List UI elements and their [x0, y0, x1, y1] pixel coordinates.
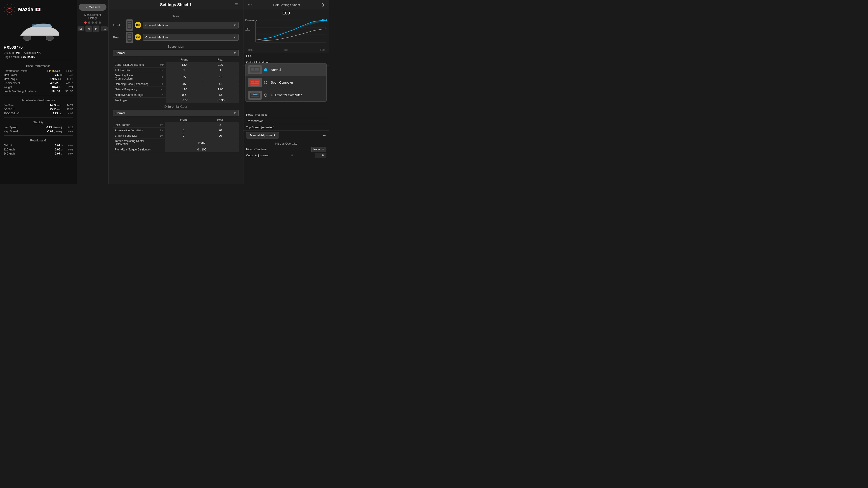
suspension-table: Front Rear Body Height Adjustment mm 130… [113, 57, 239, 103]
pp-row: Performance Points PP 466.62 466.62 [4, 69, 73, 73]
right-panel: ••• Edit Settings Sheet ❯ ECU Downforce … [243, 0, 329, 184]
displacement-row: Displacement 491x2 cc 491x2 [4, 81, 73, 85]
r1-button[interactable]: R1 [101, 26, 107, 31]
pp-prefix: PP 466.62 [48, 69, 60, 72]
ecu-option-full-control[interactable]: Full Control Computer [246, 89, 327, 101]
accel-0-1000-row: 0-1000 m 25.55 sec. 25.55 [4, 107, 73, 111]
manual-adj-more-icon[interactable]: ••• [323, 133, 327, 137]
diff-front-header: Front [165, 117, 202, 122]
accel-sens-front[interactable]: 0 [165, 128, 202, 133]
front-tire-select[interactable]: Comfort: Medium ▼ [143, 22, 239, 29]
ecu-title: ECU [243, 10, 329, 17]
differential-select[interactable]: Normal ▼ [113, 110, 239, 116]
damping-exp-front[interactable]: 45 [166, 81, 202, 87]
nitrous-label: Nitrous/Overtake [246, 148, 267, 151]
left-panel: mazda Mazda RX500 '70 Drivetrain MR / As… [0, 0, 77, 184]
svg-rect-9 [128, 22, 131, 23]
ecu-option-normal[interactable]: Normal [246, 64, 327, 76]
accel-sensitivity-row: Acceleration Sensitivity Lv. 0 20 [113, 128, 239, 133]
differential-table: Front Rear Initial Torque Lv. 0 5 Accele… [113, 117, 239, 152]
body-height-row: Body Height Adjustment mm 130 130 [113, 62, 239, 68]
rear-tire-select[interactable]: Comfort: Medium ▼ [143, 34, 239, 41]
damping-comp-row: Damping Ratio(Compression) % 35 35 [113, 73, 239, 81]
manual-adjustment-row: Manual Adjustment ••• [243, 131, 329, 140]
nitrous-select[interactable]: None ▼ [311, 147, 327, 152]
l1-button[interactable]: L1 [78, 26, 84, 31]
settings-header: Settings Sheet 1 ☰ [108, 0, 243, 10]
svg-rect-30 [255, 80, 259, 83]
body-height-rear[interactable]: 130 [202, 62, 239, 68]
anti-roll-front[interactable]: 1 [166, 68, 202, 73]
output-adj-label: Output Adjustment [246, 154, 269, 157]
drivetrain-aspiration-line: Drivetrain MR / Aspiration NA [4, 51, 73, 55]
braking-sens-front[interactable]: 0 [165, 133, 202, 138]
sport-radio [264, 81, 267, 84]
weight-balance-row: Front-Rear Weight Balance 50 : 50 50 : 5… [4, 89, 73, 93]
tires-heading: Tires [113, 14, 239, 18]
braking-sensitivity-row: Braking Sensitivity Lv. 0 20 [113, 133, 239, 138]
svg-rect-15 [128, 39, 131, 40]
prev-button[interactable]: ◀ [86, 26, 92, 32]
damping-comp-front[interactable]: 35 [166, 73, 202, 81]
percent-label: % [291, 154, 293, 157]
anti-roll-rear[interactable]: 1 [202, 68, 239, 73]
nitrous-dropdown-arrow: ▼ [322, 148, 324, 151]
natural-freq-rear[interactable]: 1.90 [202, 87, 239, 92]
front-rear-dist-value[interactable]: 0 : 100 [165, 147, 239, 152]
measure-button[interactable]: Measure [79, 4, 106, 11]
next-button[interactable]: ▶ [93, 26, 99, 32]
rear-tire-icon [126, 32, 133, 43]
chart-x-labels: 1000 rpm 8500 [246, 49, 327, 51]
dot-4 [95, 22, 97, 24]
edit-settings-label: Edit Settings Sheet [273, 3, 300, 7]
japan-flag-icon [35, 8, 40, 11]
full-control-radio [264, 94, 267, 97]
neg-camber-front[interactable]: 0.5 [166, 92, 202, 98]
measure-panel: Measure MeasurementHistory L1 ◀ ▶ R1 [77, 0, 108, 184]
output-adj-value[interactable]: 0 [315, 153, 327, 158]
suspension-select[interactable]: Normal ▼ [113, 50, 239, 56]
neg-camber-rear[interactable]: 1.5 [202, 92, 239, 98]
full-control-label: Full Control Computer [271, 93, 302, 97]
body-height-front[interactable]: 130 [166, 62, 202, 68]
suspension-rear-header: Rear [202, 57, 239, 62]
toe-angle-row: Toe Angle ° ↕ 0.00 ↕ 0.30 [113, 98, 239, 103]
neg-camber-row: Negative Camber Angle ° 0.5 1.5 [113, 92, 239, 98]
main-settings-panel: Settings Sheet 1 ☰ Tires Front CM Comfor… [108, 0, 243, 184]
damping-exp-rear[interactable]: 45 [202, 81, 239, 87]
svg-rect-25 [251, 68, 254, 70]
accel-sens-rear[interactable]: 20 [202, 128, 239, 133]
more-options-button[interactable]: ••• [246, 2, 254, 8]
svg-rect-29 [251, 80, 254, 83]
rear-tire-dropdown-arrow: ▼ [233, 36, 236, 39]
rear-tire-label: Rear [113, 36, 124, 39]
initial-torque-front[interactable]: 0 [165, 122, 202, 128]
expand-button[interactable]: ❯ [320, 2, 327, 8]
settings-sheet-title: Settings Sheet 1 [122, 2, 230, 7]
history-dots [84, 22, 101, 24]
settings-menu-button[interactable]: ☰ [233, 2, 240, 8]
car-image [16, 20, 61, 42]
rear-cm-badge: CM [135, 34, 141, 40]
rot-120-row: 120 km/h 0.96 G 0.96 [4, 148, 73, 152]
mazda-logo-icon: mazda [4, 4, 16, 15]
damping-comp-rear[interactable]: 35 [202, 73, 239, 81]
braking-sens-rear[interactable]: 20 [202, 133, 239, 138]
front-rear-dist-row: Front/Rear Torque Distribution 0 : 100 [113, 147, 239, 152]
measurement-history-label: MeasurementHistory [84, 13, 101, 20]
initial-torque-rear[interactable]: 5 [202, 122, 239, 128]
transmission-row: Transmission [243, 118, 329, 124]
svg-point-6 [46, 35, 54, 41]
svg-rect-35 [251, 96, 259, 97]
toe-angle-rear[interactable]: ↕ 0.30 [202, 98, 239, 103]
base-performance-title: Base Performance [4, 64, 73, 68]
nitrous-section: Nitrous/Overtake Nitrous/Overtake None ▼… [243, 140, 329, 161]
front-tire-dropdown-arrow: ▼ [233, 24, 236, 27]
diff-rear-header: Rear [202, 117, 239, 122]
svg-rect-11 [128, 26, 131, 28]
ecu-option-sport[interactable]: Sport Computer [246, 76, 327, 89]
natural-freq-front[interactable]: 1.70 [166, 87, 202, 92]
toe-angle-front[interactable]: ↕ 0.00 [166, 98, 202, 103]
manual-adjustment-button[interactable]: Manual Adjustment [246, 132, 279, 138]
svg-rect-24 [250, 67, 260, 73]
